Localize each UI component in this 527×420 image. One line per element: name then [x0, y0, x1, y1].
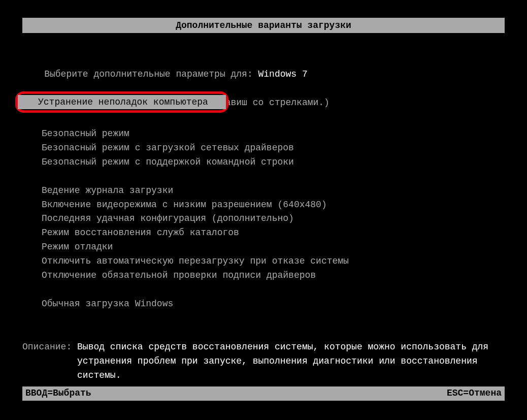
boot-menu: Безопасный режим Безопасный режим с загр… — [42, 127, 505, 311]
description-text: Вывод списка средств восстановления сист… — [77, 340, 505, 383]
menu-item-safe-mode-cmd[interactable]: Безопасный режим с поддержкой командной … — [42, 155, 505, 170]
menu-item-repair[interactable]: Устранение неполадок компьютера — [18, 95, 226, 109]
menu-item-safe-mode-net[interactable]: Безопасный режим с загрузкой сетевых дра… — [42, 141, 505, 155]
header-bar: Дополнительные варианты загрузки — [22, 18, 505, 33]
menu-item-low-res[interactable]: Включение видеорежима с низким разрешени… — [42, 198, 505, 212]
description-label: Описание: — [22, 340, 77, 383]
menu-item-debug[interactable]: Режим отладки — [42, 240, 505, 254]
menu-item-boot-log[interactable]: Ведение журнала загрузки — [42, 184, 505, 198]
header-title: Дополнительные варианты загрузки — [176, 20, 351, 30]
menu-item-disable-driver-sig[interactable]: Отключение обязательной проверки подписи… — [42, 269, 505, 283]
menu-item-ds-restore[interactable]: Режим восстановления служб каталогов — [42, 226, 505, 240]
menu-item-last-known-good[interactable]: Последняя удачная конфигурация (дополнит… — [42, 212, 505, 226]
footer-enter: ВВОД=Выбрать — [25, 386, 91, 401]
footer-esc: ESC=Отмена — [447, 386, 502, 401]
os-name: Windows 7 — [258, 69, 308, 79]
menu-item-safe-mode[interactable]: Безопасный режим — [42, 127, 505, 141]
menu-item-normal-boot[interactable]: Обычная загрузка Windows — [42, 297, 505, 311]
prompt-line1: Выберите дополнительные параметры для: W… — [22, 53, 505, 96]
prompt-prefix: Выберите дополнительные параметры для: — [44, 69, 258, 79]
menu-item-disable-auto-restart[interactable]: Отключить автоматическую перезагрузку пр… — [42, 254, 505, 269]
footer-bar: ВВОД=Выбрать ESC=Отмена — [22, 386, 505, 401]
description-block: Описание: Вывод списка средств восстанов… — [22, 340, 505, 383]
selected-highlight: Устранение неполадок компьютера — [15, 91, 228, 113]
